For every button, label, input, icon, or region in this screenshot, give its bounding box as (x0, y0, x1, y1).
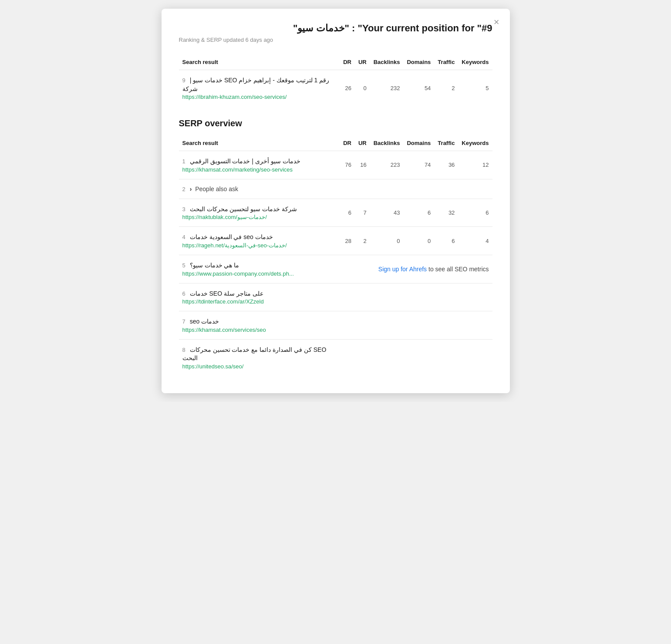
serp-result-number: 7 (182, 318, 185, 325)
serp-result-cell: 8 SEO كن في الصدارة دائما مع خدمات تحسين… (179, 339, 340, 376)
serp-col-header-search-result: Search result (179, 136, 340, 151)
serp-result-cell: 1 خدمات سيو أخرى | خدمات التسويق الرقمي … (179, 151, 340, 179)
serp-col-header-domains: Domains (403, 136, 434, 151)
serp-traffic: 32 (434, 199, 458, 227)
serp-dr: 76 (340, 151, 355, 179)
paa-cell: 2 › People also ask (179, 179, 492, 199)
no-data-cell (340, 283, 492, 311)
col-header-dr: DR (340, 55, 355, 70)
current-result-url[interactable]: https://ibrahim-khuzam.com/seo-services/ (182, 94, 287, 100)
modal-subtitle: Ranking & SERP updated 6 days ago (179, 37, 492, 43)
col-header-domains: Domains (403, 55, 434, 70)
current-result-table: Search result DR UR Backlinks Domains Tr… (179, 55, 492, 106)
current-ur: 0 (355, 70, 370, 107)
serp-overview-table: Search result DR UR Backlinks Domains Tr… (179, 136, 492, 376)
modal-title: Your current position for "#9" : "خدمات … (179, 23, 492, 34)
signup-cell: Sign up for Ahrefs to see all SEO metric… (340, 255, 492, 283)
serp-backlinks: 0 (370, 227, 404, 255)
serp-result-cell: 6 على متاجر سلة SEO خدمات https://tdinte… (179, 283, 340, 311)
serp-row: 3 شركة خدمات سيو لتحسين محركات البحث htt… (179, 199, 492, 227)
serp-result-number: 1 (182, 158, 185, 165)
serp-result-title: ما هي خدمات سيو؟ (190, 262, 239, 269)
serp-result-title: خدمات seo (190, 318, 219, 325)
col-header-backlinks: Backlinks (370, 55, 404, 70)
serp-row: 1 خدمات سيو أخرى | خدمات التسويق الرقمي … (179, 151, 492, 179)
current-result-title: رقم 1 لترتيب موقعك - إبراهيم خزام SEO خد… (182, 77, 330, 92)
serp-traffic: 6 (434, 227, 458, 255)
serp-dr: 28 (340, 227, 355, 255)
serp-ur: 2 (355, 227, 370, 255)
serp-row: 4 خدمات seo في السعودية خدمات https://ra… (179, 227, 492, 255)
serp-row: 2 › People also ask (179, 179, 492, 199)
modal-container: × Your current position for "#9" : "خدما… (162, 9, 510, 393)
serp-result-url[interactable]: https://unitedseo.sa/seo/ (182, 363, 244, 370)
current-dr: 26 (340, 70, 355, 107)
serp-result-cell: 7 خدمات seo https://khamsat.com/services… (179, 311, 340, 340)
paa-label: People also ask (195, 185, 238, 192)
serp-result-url[interactable]: https://tdinterface.com/ar/XZzeld (182, 298, 264, 305)
serp-result-title: على متاجر سلة SEO خدمات (190, 290, 263, 297)
serp-result-title: خدمات seo في السعودية خدمات (190, 233, 273, 240)
serp-result-number: 4 (182, 234, 185, 240)
serp-result-number: 8 (182, 347, 185, 353)
serp-row: 8 SEO كن في الصدارة دائما مع خدمات تحسين… (179, 339, 492, 376)
current-backlinks: 232 (370, 70, 404, 107)
serp-result-url[interactable]: https://khamsat.com/services/seo (182, 327, 266, 333)
current-result-row: 9 رقم 1 لترتيب موقعك - إبراهيم خزام SEO … (179, 70, 492, 107)
serp-keywords: 6 (458, 199, 492, 227)
serp-result-number: 6 (182, 290, 185, 297)
paa-number: 2 (182, 186, 185, 192)
col-header-traffic: Traffic (434, 55, 458, 70)
serp-backlinks: 223 (370, 151, 404, 179)
serp-row: 5 ما هي خدمات سيو؟ https://www.passion-c… (179, 255, 492, 283)
serp-domains: 0 (403, 227, 434, 255)
serp-result-url[interactable]: https://rageh.net/في-السعودية-seo-خدمات/ (182, 242, 287, 249)
no-data-cell (340, 339, 492, 376)
col-header-ur: UR (355, 55, 370, 70)
current-keywords: 5 (458, 70, 492, 107)
serp-overview-title: SERP overview (179, 118, 492, 128)
serp-result-number: 5 (182, 262, 185, 269)
current-result-cell: 9 رقم 1 لترتيب موقعك - إبراهيم خزام SEO … (179, 70, 340, 107)
serp-backlinks: 43 (370, 199, 404, 227)
serp-col-header-keywords: Keywords (458, 136, 492, 151)
serp-result-title: SEO كن في الصدارة دائما مع خدمات تحسين م… (182, 346, 327, 362)
signup-link[interactable]: Sign up for Ahrefs (378, 266, 427, 273)
col-header-keywords: Keywords (458, 55, 492, 70)
serp-traffic: 36 (434, 151, 458, 179)
current-traffic: 2 (434, 70, 458, 107)
serp-col-header-backlinks: Backlinks (370, 136, 404, 151)
serp-ur: 7 (355, 199, 370, 227)
serp-result-number: 3 (182, 206, 185, 212)
serp-result-cell: 5 ما هي خدمات سيو؟ https://www.passion-c… (179, 255, 340, 283)
serp-col-header-dr: DR (340, 136, 355, 151)
serp-result-cell: 4 خدمات seo في السعودية خدمات https://ra… (179, 227, 340, 255)
current-domains: 54 (403, 70, 434, 107)
no-data-cell (340, 311, 492, 340)
serp-result-url[interactable]: https://naktublak.com/خدمات-سيو/ (182, 214, 267, 220)
serp-result-url[interactable]: https://www.passion-company.com/dets.ph.… (182, 270, 294, 277)
serp-result-url[interactable]: https://khamsat.com/marketing/seo-servic… (182, 166, 293, 173)
serp-result-cell: 3 شركة خدمات سيو لتحسين محركات البحث htt… (179, 199, 340, 227)
serp-result-title: شركة خدمات سيو لتحسين محركات البحث (190, 206, 297, 212)
serp-col-header-ur: UR (355, 136, 370, 151)
close-button[interactable]: × (494, 17, 499, 27)
serp-keywords: 4 (458, 227, 492, 255)
serp-domains: 74 (403, 151, 434, 179)
serp-row: 7 خدمات seo https://khamsat.com/services… (179, 311, 492, 340)
current-result-number: 9 (182, 77, 185, 84)
serp-result-title: خدمات سيو أخرى | خدمات التسويق الرقمي (190, 158, 300, 165)
serp-dr: 6 (340, 199, 355, 227)
chevron-right-icon: › (190, 185, 192, 192)
col-header-search-result: Search result (179, 55, 340, 70)
serp-ur: 16 (355, 151, 370, 179)
serp-col-header-traffic: Traffic (434, 136, 458, 151)
serp-domains: 6 (403, 199, 434, 227)
serp-keywords: 12 (458, 151, 492, 179)
serp-row: 6 على متاجر سلة SEO خدمات https://tdinte… (179, 283, 492, 311)
